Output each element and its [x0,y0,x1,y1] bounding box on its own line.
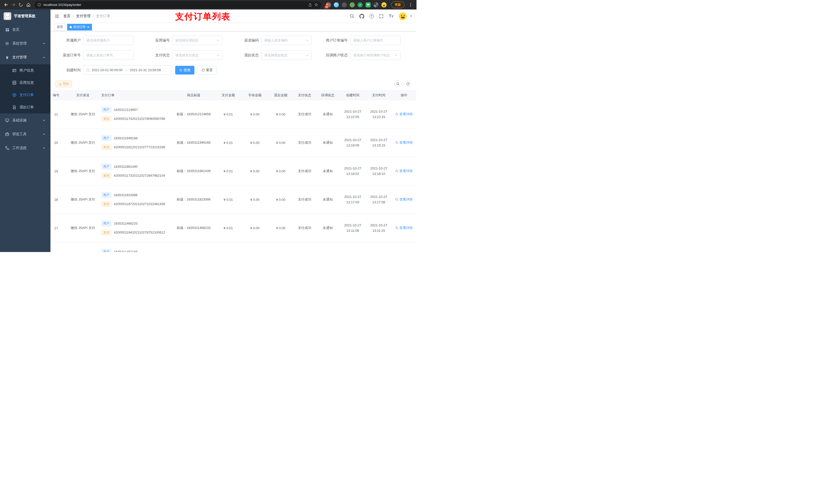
gear-icon [5,42,9,46]
chevron-down-icon [216,39,219,42]
create-time-range-input[interactable]: 2021-10-01 00:00:00 - 2021-10-31 23:59:5… [83,65,172,75]
chevron-down-icon [306,39,309,42]
extension-strip: 10 [324,2,388,7]
sidebar-item-workflow[interactable]: 工作流程 [0,141,50,155]
extension-icon-2[interactable] [334,2,339,7]
pay-amount-cell: ¥ 0.01 [215,214,241,242]
font-size-icon[interactable] [388,14,394,18]
share-icon[interactable] [308,3,312,7]
filter-field-pay-status: 支付状态 请选择支付状态 [144,50,233,60]
extension-icon-3[interactable] [342,2,347,7]
browser-reload-icon[interactable] [18,1,24,8]
view-detail-link[interactable]: 查看详情 [395,140,413,145]
actions-cell: 查看详情 [392,157,416,186]
channel-order-no-input[interactable] [83,50,134,60]
pay-time-cell: 2021-10-27 13:18:10 [366,157,392,186]
actions-cell [392,242,416,252]
notify-status-cell: 未通知 [316,128,340,157]
pay-channel-cell: 微信 JSAPI 支付 [68,157,98,186]
merchant-filter-input[interactable] [83,35,134,45]
merchant-order-no-input[interactable] [350,35,401,45]
sidebar-item-app-info[interactable]: 应用信息 [0,77,50,89]
grid-icon [12,81,17,85]
pay-amount-cell: ¥ 0.01 [215,128,241,157]
tab-home[interactable]: 首页 [54,24,66,30]
search-icon[interactable] [350,14,354,19]
channel-code-filter-select[interactable]: 请输入渠道编码 [261,35,312,45]
hamburger-icon[interactable] [54,14,60,19]
extension-icon-5[interactable] [358,2,363,7]
tab-pay-order[interactable]: 支付订单 [67,24,92,30]
avatar-caret-icon[interactable] [410,15,412,18]
filter-label: 商户订单编号 [323,38,348,43]
close-icon[interactable] [87,26,89,28]
view-detail-link[interactable]: 查看详情 [395,197,413,202]
sidebar-item-dev-tools[interactable]: 研发工具 [0,127,50,141]
pay-tag: 支付 [101,144,112,150]
bookmark-star-icon[interactable] [314,3,318,7]
clock-icon [86,68,90,72]
filter-label: 所属商户 [55,38,81,43]
sidebar-item-home[interactable]: 首页 [0,23,50,37]
fee-amount-cell: ¥ 0.00 [241,214,268,242]
toggle-search-button[interactable] [395,80,401,87]
breadcrumb-payment[interactable]: 支付管理 [76,14,90,19]
merchant-tag: 商户 [101,107,112,113]
col-create-time: 创建时间 [340,91,366,100]
sidebar-item-refund-order[interactable]: 退款订单 [0,101,50,114]
sidebar-item-infra[interactable]: 基础设施 [0,114,50,127]
notify-status-filter-select[interactable]: 请选择订单回调商户状态 [350,50,401,60]
sidebar-item-merchant-info[interactable]: 商户信息 [0,64,50,77]
table-toolbar: 导出 [55,80,411,87]
extension-icon-7[interactable] [374,2,379,7]
browser-menu-icon[interactable] [407,1,414,8]
view-detail-link[interactable]: 查看详情 [395,112,413,117]
extension-icon-4[interactable] [350,2,355,7]
order-id-cell: 18 [50,186,68,214]
table-body: 21 微信 JSAPI 支付 商户 1635312124657 支付 42000… [50,100,416,252]
create-time-cell: 2021-10-27 13:22:05 [340,100,366,128]
site-info-icon[interactable] [38,3,41,7]
browser-address-bar[interactable]: localhost:1024/pay/order [34,1,321,8]
search-button[interactable]: 搜索 [175,66,194,74]
logo-image [4,12,11,20]
sidebar-item-label: 研发工具 [12,132,27,137]
chevron-down-icon [216,54,219,57]
fullscreen-icon[interactable] [379,14,383,19]
extension-icon-1[interactable]: 10 [326,2,331,7]
browser-back-icon[interactable] [3,1,9,8]
yen-icon: ¥ [5,55,9,59]
breadcrumb-home[interactable]: 首页 [63,14,70,19]
extension-icon-6[interactable] [365,2,371,7]
github-icon[interactable] [359,14,364,19]
sidebar-item-label: 支付管理 [12,55,27,60]
merchant-tag: 商户 [101,220,112,226]
export-button[interactable]: 导出 [55,80,72,87]
actions-cell: 查看详情 [392,186,416,214]
monitor-icon [5,118,9,122]
help-icon[interactable]: ? [370,14,374,19]
chevron-down-icon [306,54,309,57]
sidebar-item-pay-order[interactable]: 支付订单 [0,89,50,101]
reset-button[interactable]: 重置 [197,66,217,74]
refund-status-filter-select[interactable]: 请选择退款状态 [261,50,312,60]
pay-status-filter-select[interactable]: 请选择支付状态 [172,50,222,60]
view-detail-link[interactable]: 查看详情 [395,169,413,173]
extension-icon-8[interactable] [381,2,386,7]
user-avatar[interactable] [399,12,407,20]
browser-forward-icon[interactable] [10,1,17,8]
refresh-button[interactable] [404,80,411,87]
pay-channel-cell: 微信 JSAPI 支付 [68,128,98,157]
browser-update-button[interactable]: 更新 [391,1,404,8]
sidebar-item-payment[interactable]: ¥ 支付管理 [0,50,50,64]
refund-amount-cell: ¥ 0.00 [268,157,293,186]
pay-status-cell: 支付成功 [293,186,316,214]
pay-amount-cell [215,242,241,252]
merchant-order-no: 1635311823086 [114,193,138,197]
browser-home-icon[interactable] [25,1,32,8]
sidebar-item-system[interactable]: 系统管理 [0,37,50,50]
page-annotation: 支付订单列表 [175,11,231,23]
merchant-order-no: 1635311468233 [114,221,138,225]
view-detail-link[interactable]: 查看详情 [395,225,413,230]
app-filter-select[interactable]: 请选择应用信息 [172,35,222,45]
